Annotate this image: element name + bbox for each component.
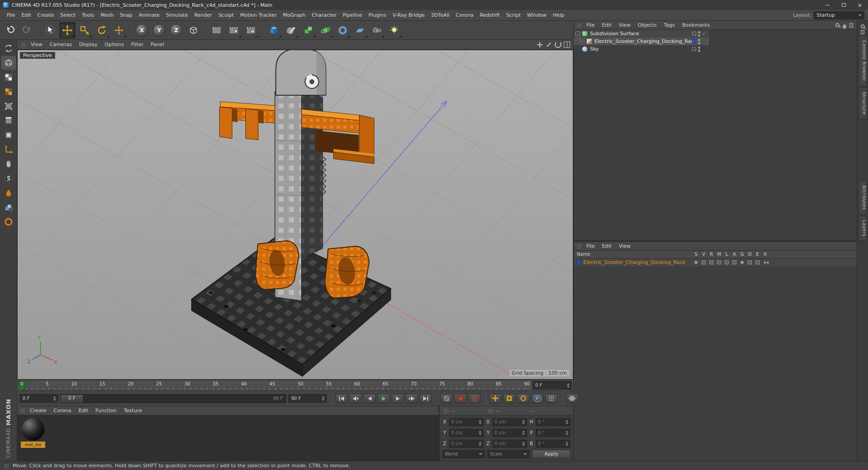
panel-grip-icon[interactable] xyxy=(577,23,581,28)
record-position-button[interactable] xyxy=(489,394,501,404)
om-menu-objects[interactable]: Objects xyxy=(634,22,660,28)
floor-environment-button[interactable] xyxy=(352,22,368,38)
deformers-toggle[interactable] xyxy=(746,260,754,264)
coordinate-space-select[interactable]: World xyxy=(442,450,485,458)
model-right-wheel-dock[interactable] xyxy=(325,246,369,298)
menu-help[interactable]: Help xyxy=(550,10,567,20)
material-item[interactable]: mat_sta xyxy=(21,418,45,448)
coords-mode-1[interactable]: -- xyxy=(452,408,455,413)
solo-toggle[interactable] xyxy=(692,260,700,264)
panel-grip-icon[interactable] xyxy=(443,409,448,413)
animation-toggle[interactable] xyxy=(731,260,738,264)
viewport-mouse-mode-button[interactable] xyxy=(1,157,16,171)
generators-toggle[interactable] xyxy=(738,260,746,264)
menu-tools[interactable]: Tools xyxy=(79,10,97,20)
enable-axis-button[interactable] xyxy=(1,143,16,156)
editor-visibility-dot[interactable] xyxy=(698,47,700,49)
vp-menu-view[interactable]: View xyxy=(27,42,46,47)
coordinate-system-button[interactable] xyxy=(185,22,202,38)
timeline-range-slider[interactable]: 0 F 90 F xyxy=(60,394,286,403)
menu-corona[interactable]: Corona xyxy=(453,10,476,20)
scale-tool-button[interactable] xyxy=(76,22,93,38)
render-toggle[interactable] xyxy=(708,260,715,264)
om-menu-tags[interactable]: Tags xyxy=(660,22,678,28)
record-scale-button[interactable] xyxy=(503,394,515,404)
make-editable-button[interactable] xyxy=(1,42,16,55)
vp-menu-options[interactable]: Options xyxy=(101,42,127,47)
object-row-docking-rack[interactable]: Electric_Scooter_Charging_Docking_Rack xyxy=(574,38,709,45)
camera-button[interactable] xyxy=(369,22,385,38)
vp-menu-panel[interactable]: Panel xyxy=(147,42,168,47)
lm-menu-edit[interactable]: Edit xyxy=(598,243,615,249)
layer-color-chip[interactable] xyxy=(577,260,581,264)
menu-plugins[interactable]: Plugins xyxy=(365,10,389,20)
expressions-toggle[interactable] xyxy=(754,260,761,264)
render-visibility-dot[interactable] xyxy=(698,34,700,37)
rotation-p-field[interactable]: 0 ° xyxy=(536,429,571,437)
render-view-button[interactable] xyxy=(208,22,225,38)
render-settings-button[interactable] xyxy=(243,22,259,38)
ram-player-button[interactable] xyxy=(566,394,578,404)
menu-redshift[interactable]: Redshift xyxy=(476,10,503,20)
layer-color-chip[interactable] xyxy=(692,39,696,43)
move-tool-button[interactable] xyxy=(59,22,75,38)
panel-grip-icon[interactable] xyxy=(577,244,581,249)
rotate-view-icon[interactable] xyxy=(554,41,561,48)
rotation-h-field[interactable]: 0 ° xyxy=(536,418,571,426)
polygons-mode-button[interactable] xyxy=(1,128,16,142)
vp-menu-display[interactable]: Display xyxy=(75,42,101,47)
snap-button[interactable] xyxy=(1,172,16,185)
object-row-subdivision-surface[interactable]: − Subdivision Surface ✓ xyxy=(574,30,709,38)
visible-toggle[interactable] xyxy=(700,260,708,264)
mat-menu-function[interactable]: Function xyxy=(92,408,120,414)
position-z-field[interactable]: 0 cm xyxy=(449,440,484,448)
apply-button[interactable]: Apply xyxy=(532,450,571,459)
om-menu-file[interactable]: File xyxy=(583,22,598,28)
menu-sculpt[interactable]: Sculpt xyxy=(215,10,237,20)
menu-file[interactable]: File xyxy=(4,10,18,20)
toggle-views-icon[interactable] xyxy=(563,41,571,48)
om-menu-edit[interactable]: Edit xyxy=(598,22,615,28)
coords-mode-2[interactable]: -- xyxy=(496,408,500,413)
om-menu-view[interactable]: View xyxy=(615,22,634,28)
edges-mode-button[interactable] xyxy=(1,114,16,127)
mat-menu-corona[interactable]: Corona xyxy=(50,408,75,414)
close-button[interactable]: × xyxy=(852,0,868,10)
editor-visibility-dot[interactable] xyxy=(698,39,700,41)
lm-menu-file[interactable]: File xyxy=(583,243,598,249)
layer-chip[interactable] xyxy=(692,47,696,51)
menu-render[interactable]: Render xyxy=(191,10,215,20)
menu-vray-bridge[interactable]: V-Ray Bridge xyxy=(389,10,428,20)
previous-frame-button[interactable] xyxy=(363,394,376,404)
menu-mesh[interactable]: Mesh xyxy=(97,10,117,20)
search-icon[interactable] xyxy=(835,23,840,27)
tab-content-browser[interactable]: Content Browser xyxy=(859,36,867,86)
object-row-sky[interactable]: Sky xyxy=(574,45,709,53)
panel-grip-icon[interactable] xyxy=(20,409,25,413)
page-icon[interactable] xyxy=(861,30,864,34)
deformer-button[interactable] xyxy=(335,22,351,38)
live-selection-button[interactable] xyxy=(42,22,58,38)
current-frame-field[interactable]: 0 F xyxy=(532,381,572,390)
coords-mode-3[interactable]: -- xyxy=(531,408,534,413)
mat-menu-edit[interactable]: Edit xyxy=(75,408,92,414)
lock-x-axis-button[interactable]: X xyxy=(134,22,150,38)
position-x-field[interactable]: 0 cm xyxy=(449,418,484,426)
keyframe-selection-button[interactable]: ? xyxy=(468,394,481,404)
menu-script[interactable]: Script xyxy=(503,10,524,20)
range-start-stepper[interactable] xyxy=(52,395,57,402)
vp-menu-cameras[interactable]: Cameras xyxy=(46,42,75,47)
layer-row[interactable]: Electric_Scooter_Charging_Docking_Rack xyxy=(574,258,857,266)
layer-name[interactable]: Electric_Scooter_Charging_Docking_Rack xyxy=(583,259,685,265)
mat-menu-texture[interactable]: Texture xyxy=(120,408,146,414)
manager-toggle[interactable] xyxy=(715,260,723,264)
points-mode-button[interactable] xyxy=(1,99,16,113)
menu-edit[interactable]: Edit xyxy=(18,10,34,20)
menu-3dtoall[interactable]: 3DToAll xyxy=(428,10,453,20)
position-y-field[interactable]: 0 cm xyxy=(449,429,484,437)
om-menu-bookmarks[interactable]: Bookmarks xyxy=(679,22,713,28)
last-tool-button[interactable] xyxy=(111,22,127,38)
record-pla-button[interactable] xyxy=(545,394,557,404)
rotation-b-field[interactable]: 0 ° xyxy=(536,440,571,448)
next-key-button[interactable] xyxy=(406,394,418,404)
